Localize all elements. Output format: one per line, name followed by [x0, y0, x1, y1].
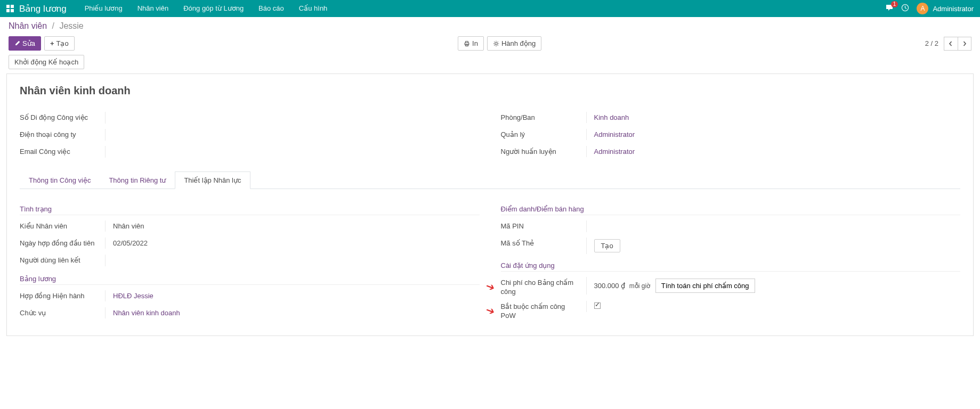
- field-value: [105, 255, 480, 266]
- nav-item-reports[interactable]: Báo cáo: [251, 0, 291, 17]
- field-phone: Điện thoại công ty: [20, 129, 480, 142]
- field-value[interactable]: HĐLĐ Jessie: [105, 290, 480, 301]
- pager-prev-button[interactable]: [944, 37, 958, 51]
- chevron-right-icon: [962, 41, 967, 46]
- field-value: [586, 220, 961, 232]
- svg-point-4: [495, 42, 498, 45]
- field-label: Điện thoại công ty: [20, 129, 105, 140]
- badge-create-button[interactable]: Tạo: [594, 239, 620, 252]
- field-label: Chi phí cho Bảng chấm công: [501, 277, 586, 297]
- user-name: Administrator: [933, 5, 974, 13]
- field-value: [105, 146, 480, 158]
- breadcrumb-sep: /: [52, 21, 54, 30]
- field-department: Phòng/Ban Kinh doanh: [501, 112, 961, 125]
- field-contract: Hợp đồng Hiện hành HĐLĐ Jessie: [20, 290, 480, 303]
- field-label: Người dùng liên kết: [20, 255, 105, 265]
- page-title: Nhân viên kinh doanh: [20, 85, 960, 97]
- field-first-contract: Ngày hợp đồng đầu tiên 02/05/2022: [20, 238, 480, 250]
- svg-rect-3: [466, 44, 468, 46]
- cost-unit: mỗi giờ: [629, 282, 650, 290]
- field-value: [105, 112, 480, 124]
- field-value: 300.000 ₫ mỗi giờ Tính toán chi phí chấm…: [586, 277, 961, 295]
- header-col-right: Phòng/Ban Kinh doanh Quản lý Administrat…: [501, 112, 961, 163]
- nav-item-config[interactable]: Cấu hình: [291, 0, 335, 17]
- cp-actions-row: Khởi động Kế hoạch: [9, 55, 971, 69]
- nav-item-employees[interactable]: Nhân viên: [130, 0, 176, 17]
- apps-icon[interactable]: [6, 5, 14, 12]
- breadcrumb-current: Jessie: [59, 21, 83, 30]
- section-col-right: Điểm danh/Điểm bán hàng Mã PIN Mã số Thẻ…: [501, 198, 961, 325]
- field-badge: Mã số Thẻ Tạo: [501, 238, 961, 254]
- edit-button[interactable]: Sửa: [9, 36, 41, 51]
- chevron-left-icon: [948, 41, 953, 46]
- field-label: Mã số Thẻ: [501, 238, 586, 248]
- field-label: Ngày hợp đồng đầu tiên: [20, 238, 105, 248]
- create-button[interactable]: + Tạo: [44, 36, 75, 51]
- compute-cost-button[interactable]: Tính toán chi phí chấm công: [655, 279, 755, 293]
- field-value[interactable]: Kinh doanh: [586, 112, 961, 123]
- field-label: Chức vụ: [20, 307, 105, 318]
- tab-hr-settings[interactable]: Thiết lập Nhân lực: [175, 171, 250, 189]
- tab-private-info[interactable]: Thông tin Riêng tư: [100, 171, 175, 189]
- pager-text[interactable]: 2 / 2: [925, 39, 938, 47]
- tabs: Thông tin Công việc Thông tin Riêng tư T…: [20, 171, 960, 189]
- field-email: Email Công việc: [20, 146, 480, 159]
- field-pow-attendance: ➔ Bắt buộc chấm công PoW: [501, 301, 961, 321]
- field-label: Quản lý: [501, 129, 586, 140]
- pager-next-button[interactable]: [958, 37, 971, 51]
- section-col-left: Tình trạng Kiểu Nhân viên Nhân viên Ngày…: [20, 198, 480, 325]
- cp-left: Sửa + Tạo: [9, 36, 75, 51]
- field-value: Tạo: [586, 238, 961, 254]
- section-payroll: Bảng lương: [20, 275, 480, 285]
- pager-buttons: [944, 37, 971, 51]
- edit-label: Sửa: [22, 39, 35, 47]
- field-manager: Quản lý Administrator: [501, 129, 961, 142]
- field-value[interactable]: Nhân viên kinh doanh: [105, 307, 480, 318]
- field-value: [586, 301, 961, 312]
- nav-item-payslips[interactable]: Phiếu lương: [77, 0, 130, 17]
- field-label: Người huấn luyện: [501, 146, 586, 157]
- pow-checkbox[interactable]: [594, 302, 601, 309]
- nav-item-contributions[interactable]: Đóng góp từ Lương: [176, 0, 251, 17]
- cost-value: 300.000 ₫: [594, 282, 626, 290]
- field-label: Hợp đồng Hiện hành: [20, 290, 105, 301]
- sections: Tình trạng Kiểu Nhân viên Nhân viên Ngày…: [20, 198, 960, 325]
- action-button[interactable]: Hành động: [487, 36, 541, 51]
- breadcrumb-root[interactable]: Nhân viên: [9, 21, 47, 30]
- field-job: Chức vụ Nhân viên kinh doanh: [20, 307, 480, 320]
- field-label: Số Di động Công việc: [20, 112, 105, 122]
- create-label: Tạo: [56, 39, 69, 47]
- section-app-settings: Cài đặt ứng dụng: [501, 261, 961, 272]
- field-value[interactable]: Administrator: [586, 146, 961, 157]
- app-title[interactable]: Bảng lương: [19, 3, 67, 14]
- breadcrumb: Nhân viên / Jessie: [9, 21, 971, 31]
- field-label: Kiểu Nhân viên: [20, 220, 105, 231]
- field-label: Mã PIN: [501, 220, 586, 231]
- cp-center: In Hành động: [458, 36, 541, 51]
- header-col-left: Số Di động Công việc Điện thoại công ty …: [20, 112, 480, 163]
- messages-icon[interactable]: 1: [885, 4, 894, 13]
- form-sheet: Nhân viên kinh doanh Số Di động Công việ…: [6, 73, 974, 336]
- plus-icon: +: [50, 39, 54, 47]
- nav-left: Bảng lương Phiếu lương Nhân viên Đóng gó…: [6, 0, 335, 17]
- nav-menu: Phiếu lương Nhân viên Đóng góp từ Lương …: [77, 0, 335, 17]
- cp-right: 2 / 2: [925, 37, 971, 51]
- field-timesheet-cost: ➔ Chi phí cho Bảng chấm công 300.000 ₫ m…: [501, 277, 961, 297]
- field-label: Bắt buộc chấm công PoW: [501, 301, 586, 321]
- print-label: In: [472, 39, 478, 47]
- section-status: Tình trạng: [20, 205, 480, 215]
- user-menu[interactable]: A Administrator: [917, 3, 974, 14]
- field-pin: Mã PIN: [501, 220, 961, 233]
- field-label: Email Công việc: [20, 146, 105, 157]
- control-panel: Nhân viên / Jessie Sửa + Tạo In Hành độn…: [0, 17, 980, 69]
- nav-right: 1 A Administrator: [885, 3, 974, 14]
- field-value[interactable]: Administrator: [586, 129, 961, 140]
- clock-icon[interactable]: [901, 4, 909, 13]
- section-attendance: Điểm danh/Điểm bán hàng: [501, 205, 961, 215]
- print-button[interactable]: In: [458, 36, 484, 51]
- start-plan-button[interactable]: Khởi động Kế hoạch: [9, 55, 84, 69]
- field-label: Phòng/Ban: [501, 112, 586, 122]
- field-employee-type: Kiểu Nhân viên Nhân viên: [20, 220, 480, 233]
- field-related-user: Người dùng liên kết: [20, 255, 480, 267]
- tab-work-info[interactable]: Thông tin Công việc: [20, 171, 100, 189]
